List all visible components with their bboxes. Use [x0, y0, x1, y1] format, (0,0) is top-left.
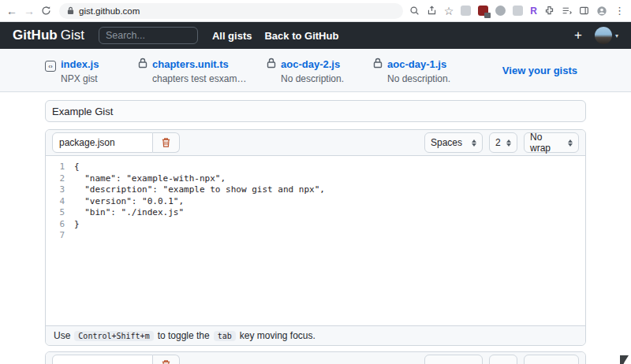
gist-editor-main: Spaces 2 No wrap 1 {: [0, 92, 631, 364]
line-code: {: [74, 162, 80, 173]
recent-gists-strip: ‹› index.js NPX gist chapters.unit.ts ch…: [0, 49, 631, 92]
trash-icon: [161, 137, 171, 148]
gist-item-chapters[interactable]: chapters.unit.ts chapters test esxam…: [138, 57, 267, 84]
indent-size-value: 2: [495, 137, 501, 148]
chevron-down-icon: ▾: [615, 32, 618, 39]
reload-icon[interactable]: [41, 6, 51, 16]
new-gist-plus-icon[interactable]: +: [574, 28, 582, 43]
hint-text: key moving focus.: [240, 330, 316, 341]
gist-description-input[interactable]: [45, 100, 586, 122]
gist-name[interactable]: index.js: [61, 58, 99, 70]
view-your-gists-link[interactable]: View your gists: [502, 65, 577, 76]
code-line: 4 "version": "0.0.1",: [46, 196, 585, 208]
code-line: 3 "description": "example to show gist a…: [46, 184, 585, 196]
extension-icon-2[interactable]: [478, 6, 488, 16]
updown-caret-icon: [506, 139, 511, 147]
logo-gist: Gist: [61, 28, 84, 43]
zoom-icon[interactable]: [409, 6, 420, 16]
forward-icon[interactable]: →: [24, 6, 35, 17]
wrap-mode-select[interactable]: [524, 355, 579, 364]
header-nav: All gists Back to GitHub: [212, 30, 338, 42]
trash-icon: [161, 359, 171, 364]
browser-toolbar: ← → gist.github.com ☆ R: [0, 0, 631, 22]
extension-icon-r[interactable]: R: [530, 6, 537, 17]
editor-accessibility-hint: Use Control+Shift+m to toggle the tab ke…: [46, 325, 585, 345]
indent-mode-select[interactable]: Spaces: [424, 132, 483, 153]
file-editor-header: Spaces 2 No wrap: [46, 130, 585, 156]
indent-size-select[interactable]: 2: [489, 132, 517, 153]
gist-item-aoc-day-1[interactable]: aoc-day-1.js No description.: [373, 57, 491, 84]
nav-all-gists[interactable]: All gists: [212, 30, 252, 42]
line-code: "name": "example-with-npx",: [74, 173, 226, 185]
code-line: 5 "bin": "./index.js": [46, 207, 585, 219]
indent-mode-select[interactable]: [424, 355, 483, 364]
mouse-cursor: [620, 355, 629, 364]
gist-description: NPX gist: [61, 73, 99, 84]
line-number: 7: [46, 230, 74, 242]
address-bar[interactable]: gist.github.com: [59, 3, 403, 19]
updown-caret-icon: [568, 139, 573, 147]
gist-item-aoc-day-2[interactable]: aoc-day-2.js No description.: [267, 57, 373, 84]
filename-input[interactable]: [52, 355, 153, 364]
side-panel-icon[interactable]: [579, 6, 589, 16]
lock-icon: [267, 57, 276, 84]
updown-caret-icon: [472, 139, 476, 147]
indent-size-select[interactable]: [489, 355, 517, 364]
extension-badge: [484, 13, 491, 18]
gist-name[interactable]: aoc-day-2.js: [281, 58, 340, 70]
line-number: 5: [46, 207, 74, 219]
page: ← → gist.github.com ☆ R: [0, 0, 631, 364]
line-code: "bin": "./index.js": [74, 207, 184, 219]
file-editor-second: [45, 351, 586, 364]
code-square-icon: ‹›: [45, 61, 56, 72]
indent-mode-value: Spaces: [431, 137, 462, 148]
line-number: 4: [46, 196, 74, 208]
line-number: 6: [46, 219, 74, 231]
browser-menu-icon[interactable]: ⋮: [614, 5, 625, 17]
extensions-puzzle-icon[interactable]: [544, 6, 554, 16]
file-editor-header: [46, 352, 585, 364]
tab-list-icon[interactable]: [562, 6, 572, 16]
extension-icon-1[interactable]: [461, 6, 471, 16]
https-lock-icon: [67, 6, 74, 15]
lock-icon: [373, 57, 383, 84]
share-icon[interactable]: [427, 6, 437, 16]
site-header: GitHub Gist All gists Back to GitHub + ▾: [0, 22, 631, 49]
extension-icon-3[interactable]: [495, 6, 506, 16]
gist-description: chapters test esxam…: [152, 73, 246, 84]
extension-icon-4[interactable]: [513, 6, 523, 16]
kbd-tab: tab: [214, 331, 236, 341]
profile-icon[interactable]: [596, 6, 607, 17]
line-code: "description": "example to show gist and…: [74, 184, 325, 196]
line-number: 3: [46, 184, 74, 196]
gist-item-index-js[interactable]: ‹› index.js NPX gist: [45, 57, 138, 84]
delete-file-button[interactable]: [153, 132, 180, 153]
code-editor[interactable]: 1 { 2 "name": "example-with-npx", 3 "des…: [46, 156, 585, 325]
wrap-mode-select[interactable]: No wrap: [524, 132, 579, 153]
line-code: "version": "0.0.1",: [74, 196, 184, 208]
hint-text: Use: [54, 330, 70, 341]
filename-input[interactable]: [52, 132, 153, 153]
lock-icon: [138, 57, 147, 84]
code-line: 2 "name": "example-with-npx",: [46, 173, 585, 185]
line-number: 1: [46, 162, 74, 173]
gist-name[interactable]: aoc-day-1.js: [387, 58, 446, 70]
github-gist-logo[interactable]: GitHub Gist: [13, 28, 84, 43]
bookmark-star-icon[interactable]: ☆: [444, 5, 454, 17]
search-input[interactable]: [99, 27, 198, 44]
url-text: gist.github.com: [79, 6, 140, 16]
delete-file-button[interactable]: [153, 355, 180, 364]
nav-back-to-github[interactable]: Back to GitHub: [264, 30, 338, 42]
gist-description: No description.: [281, 73, 344, 84]
file-editor: Spaces 2 No wrap 1 {: [45, 129, 586, 346]
avatar: [595, 27, 612, 44]
code-line: 1 {: [46, 162, 585, 173]
back-icon[interactable]: ←: [6, 6, 17, 17]
wrap-mode-value: No wrap: [530, 132, 563, 154]
hint-text: to toggle the: [158, 330, 210, 341]
user-menu[interactable]: ▾: [595, 27, 618, 44]
line-number: 2: [46, 173, 74, 185]
code-line: 7: [46, 230, 585, 242]
line-code: }: [74, 219, 80, 231]
gist-name[interactable]: chapters.unit.ts: [152, 58, 229, 70]
